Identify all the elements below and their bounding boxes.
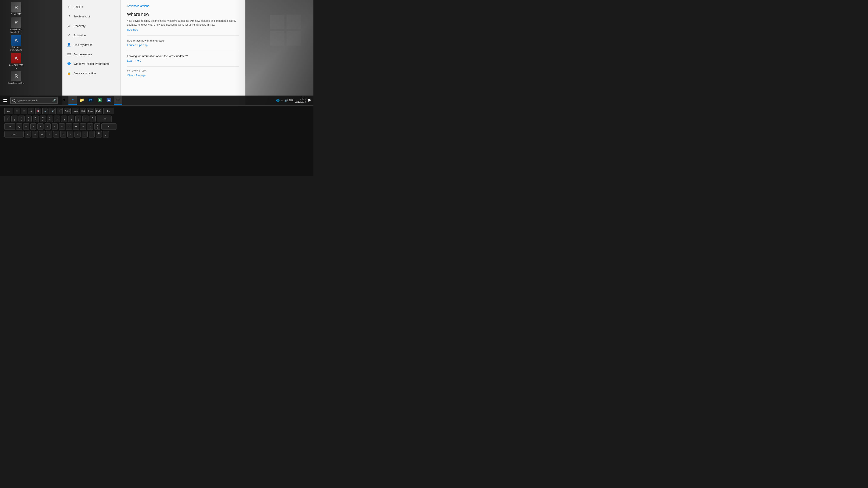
sidebar-item-activation[interactable]: ✓ Activation — [62, 31, 120, 40]
key-row-fn: Esc F1☀ F2☀ F3⏯ F4🔇 F5🔉 F6🔊 F7☀ F8PrtSc … — [4, 108, 309, 114]
key-r: R — [37, 123, 43, 130]
notification-icon[interactable]: 💬 — [307, 99, 311, 102]
key-f12: F12PgDn — [95, 108, 102, 114]
key-i: I — [66, 123, 72, 130]
key-del: Del — [103, 108, 114, 114]
excel-icon: X — [98, 98, 102, 102]
revit-icon: R — [11, 2, 21, 12]
laptop-lid — [245, 0, 313, 105]
key-f4: F4🔇 — [35, 108, 41, 114]
taskbar-app-ie[interactable]: e — [68, 96, 77, 105]
sidebar-label-recovery: Recovery — [73, 24, 86, 28]
key-t: T — [44, 123, 51, 130]
key-j: J — [67, 131, 73, 137]
activation-icon: ✓ — [67, 33, 71, 37]
sidebar-item-find-my-device[interactable]: 👤 Find my device — [62, 40, 120, 50]
settings-sidebar: ⬆ Backup ↺ Troubleshoot ↺ Recovery ✓ Act… — [62, 0, 121, 105]
key-backspace: ⌫ — [97, 116, 112, 122]
sidebar-label-troubleshoot: Troubleshoot — [73, 15, 90, 18]
photoshop-icon: Ps — [88, 98, 94, 102]
keyboard-icon[interactable]: ⌨ — [289, 99, 293, 102]
see-whats-new-subtitle: See what's new in this update — [127, 39, 239, 42]
sidebar-item-recovery[interactable]: ↺ Recovery — [62, 21, 120, 31]
sidebar-label-for-developers: For developers — [73, 53, 92, 56]
key-6: ^6 — [47, 116, 53, 122]
taskbar-app-explorer[interactable]: 📁 — [78, 96, 86, 105]
taskbar: Type here to search 🎤 ⧉ e 📁 Ps X W ⚙ 🌐 ∧ — [0, 96, 313, 105]
key-o: O — [73, 123, 79, 130]
taskbar-app-settings[interactable]: ⚙ — [114, 96, 122, 105]
taskbar-search-bar[interactable]: Type here to search 🎤 — [10, 97, 58, 104]
sidebar-item-troubleshoot[interactable]: ↺ Troubleshoot — [62, 11, 120, 21]
sidebar-item-for-developers[interactable]: ⌨ For developers — [62, 50, 120, 59]
find-my-device-icon: 👤 — [67, 42, 71, 47]
taskbar-app-excel[interactable]: X — [96, 96, 104, 105]
keyboard-area: Esc F1☀ F2☀ F3⏯ F4🔇 F5🔉 F6🔊 F7☀ F8PrtSc … — [0, 105, 313, 176]
key-k: K — [74, 131, 81, 137]
ie-icon: e — [72, 98, 74, 102]
check-storage-link[interactable]: Check Storage — [127, 74, 239, 77]
desktop-icon-worksharing[interactable]: R Worksharing Monitor fo... — [2, 18, 30, 34]
sidebar-label-windows-insider: Windows Insider Programme — [73, 62, 110, 65]
whats-new-description: Your device recently got the latest Wind… — [127, 19, 239, 27]
task-view-icon: ⧉ — [62, 98, 65, 102]
key-5: %5 — [40, 116, 46, 122]
key-1: !1 — [11, 116, 18, 122]
start-button[interactable] — [1, 96, 9, 105]
recovery-icon: ↺ — [67, 24, 71, 28]
speaker-icon[interactable]: 🔊 — [284, 99, 288, 102]
key-q: Q — [16, 123, 22, 130]
autocad-icon: A — [11, 53, 21, 63]
key-h: H — [60, 131, 66, 137]
key-9: (9 — [68, 116, 74, 122]
key-2: "2 — [19, 116, 25, 122]
settings-content-area: Advanced options What's new Your device … — [121, 0, 245, 105]
key-esc: Esc — [4, 108, 13, 114]
file-explorer-icon: 📁 — [80, 98, 84, 102]
key-equals: += — [90, 116, 96, 122]
key-f9: F9Home — [72, 108, 79, 114]
key-d: D — [39, 131, 45, 137]
key-semicolon: :; — [89, 131, 95, 137]
sidebar-item-backup[interactable]: ⬆ Backup — [62, 2, 120, 11]
sidebar-label-device-encryption: Device encryption — [73, 72, 96, 75]
key-row-num: ¬` !1 "2 £3 $4 %5 ^6 &7 *8 (9 )0 _- += ⌫ — [4, 116, 309, 122]
desktop-icon-autodesk[interactable]: A Autodesk Desktop App — [2, 35, 30, 52]
key-0: )0 — [75, 116, 81, 122]
system-clock[interactable]: 14:35 29/12/2018 — [295, 97, 306, 103]
windows-insider-icon: 🔷 — [67, 62, 71, 66]
divider-3 — [127, 66, 239, 67]
sidebar-item-device-encryption[interactable]: 🔒 Device encryption — [62, 68, 120, 78]
key-a: A — [25, 131, 31, 137]
svg-rect-0 — [270, 14, 284, 29]
taskbar-app-word[interactable]: W — [104, 96, 113, 105]
launch-tips-link[interactable]: Launch Tips app — [127, 43, 239, 47]
key-f2: F2☀ — [21, 108, 27, 114]
see-tips-link[interactable]: See Tips — [127, 28, 239, 31]
desktop-icon-recap[interactable]: R Autodesk ReCap — [2, 71, 30, 85]
key-e: E — [30, 123, 36, 130]
search-icon — [12, 99, 15, 102]
key-f7: F7☀ — [57, 108, 63, 114]
desktop-icon-revit[interactable]: R Revit 2018 — [2, 2, 30, 16]
key-row-qwerty: Tab Q W E R T Y U I O P {[ }] ↵ — [4, 123, 309, 130]
desktop-icon-autocad[interactable]: A AutoCAD 2018 -... — [2, 53, 30, 69]
key-minus: _- — [83, 116, 89, 122]
taskbar-app-photoshop[interactable]: Ps — [87, 96, 95, 105]
chevron-up-icon[interactable]: ∧ — [281, 99, 283, 102]
key-f3: F3⏯ — [28, 108, 34, 114]
settings-window: ⬆ Backup ↺ Troubleshoot ↺ Recovery ✓ Act… — [62, 0, 245, 105]
taskbar-app-task-view[interactable]: ⧉ — [59, 96, 68, 105]
for-developers-icon: ⌨ — [67, 52, 71, 56]
key-row-asdf: Caps A S D F G H J K L :; @' ~# — [4, 131, 309, 137]
key-f1: F1☀ — [14, 108, 20, 114]
key-quote: @' — [96, 131, 102, 137]
network-icon[interactable]: 🌐 — [276, 99, 280, 102]
key-f: F — [46, 131, 52, 137]
sidebar-item-windows-insider[interactable]: 🔷 Windows Insider Programme — [62, 59, 120, 68]
learn-more-link[interactable]: Learn more — [127, 59, 239, 62]
worksharing-label: Worksharing Monitor fo... — [7, 28, 25, 34]
key-p: P — [80, 123, 86, 130]
windows-logo-icon — [3, 99, 7, 102]
advanced-options-link[interactable]: Advanced options — [127, 4, 239, 7]
